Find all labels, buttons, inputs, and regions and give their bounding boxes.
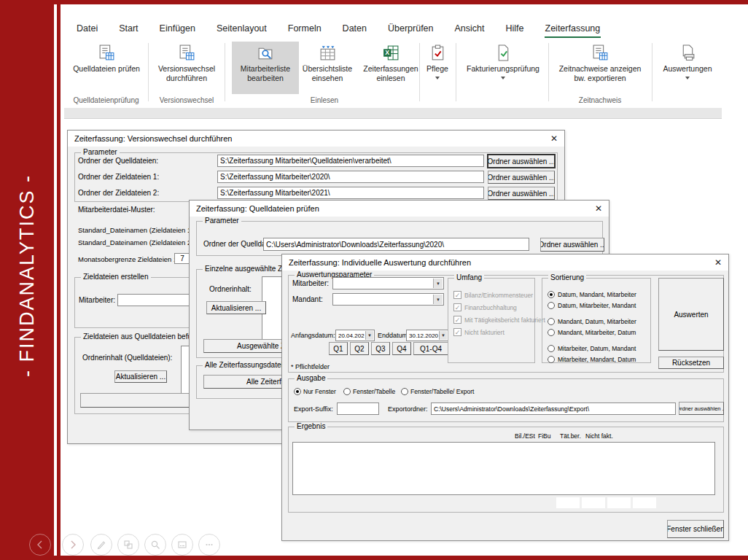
group-label: Zieldateien erstellen	[81, 273, 151, 281]
nav-next-button[interactable]	[62, 534, 84, 556]
captions-monitor-icon	[177, 540, 187, 550]
ergebnis-listbox[interactable]	[292, 442, 715, 495]
q3-button[interactable]: Q3	[371, 342, 390, 355]
nav-slide-panel-button[interactable]	[117, 534, 139, 556]
tab-ansicht[interactable]: Ansicht	[454, 21, 486, 38]
radio-sortierung-5[interactable]	[548, 345, 555, 352]
quelldateien-ordner-input[interactable]: C:\Users\Administrator\Downloads\Zeiterf…	[263, 238, 529, 251]
tab-formeln[interactable]: Formeln	[287, 21, 322, 38]
umfang-option-label: Nicht fakturiert	[464, 329, 504, 336]
chevron-down-icon	[435, 77, 440, 79]
monatsobergrenze-label: Monatsobergrenze Zieldateien 1:	[78, 255, 179, 263]
tab-ueberpruefen[interactable]: Überprüfen	[387, 21, 435, 38]
ribbon-group-label-versionswechsel: Versionswechsel	[150, 96, 223, 104]
dialog-titlebar[interactable]: Zeiterfassung: Versionswechsel durchführ…	[68, 131, 564, 147]
enddatum-combobox[interactable]: 30.12.2020 ▼	[406, 330, 448, 341]
tab-datei[interactable]: Datei	[76, 21, 98, 38]
radio-sortierung-3[interactable]	[548, 318, 555, 325]
q2-button[interactable]: Q2	[350, 342, 369, 355]
ergebnis-sum-fibu	[582, 497, 605, 508]
group-label: Zieldateien aus Quelldateien befüllen	[81, 332, 206, 341]
quelldateien-path-input[interactable]: S:\Zeiterfassung Mitarbeiter\Quelldateie…	[217, 155, 484, 167]
auswerten-button[interactable]: Auswerten	[658, 278, 724, 351]
tab-zeiterfassung[interactable]: Zeiterfassung	[545, 21, 601, 38]
zieldateien2-path-input[interactable]: S:\Zeiterfassung Mitarbeiter\2021\	[217, 187, 484, 199]
dialog-titlebar[interactable]: Zeiterfassung: Individuelle Auswertung d…	[282, 254, 728, 271]
radio-sortierung-2[interactable]	[548, 302, 555, 309]
q4-button[interactable]: Q4	[392, 342, 411, 355]
ribbon-button-zeiterfassungen-einlesen[interactable]: X Zeiterfassungen einlesen	[359, 42, 423, 94]
radio-fenster-tabelle[interactable]	[343, 388, 351, 395]
chevron-down-icon	[685, 77, 690, 79]
group-label: Parameter	[203, 217, 241, 225]
fenster-schliessen-button[interactable]: Fenster schließen	[667, 520, 724, 538]
zieldateien1-path-input[interactable]: S:\Zeiterfassung Mitarbeiter\2020\	[217, 171, 484, 183]
nav-pen-button[interactable]	[90, 534, 112, 556]
sortierung-option-label: Datum, Mandant, Mitarbeiter	[558, 291, 636, 298]
dialog-titlebar[interactable]: Zeiterfassung: Quelldateien prüfen ✕	[190, 201, 609, 217]
ordnerinhalt-quelldateien-label: Ordnerinhalt (Quelldateien):	[82, 354, 172, 362]
close-button[interactable]: ✕	[714, 258, 722, 267]
radio-sortierung-4[interactable]	[548, 329, 555, 336]
nav-previous-button[interactable]	[29, 534, 51, 556]
mitarbeiter-combobox[interactable]: ▼	[332, 277, 444, 289]
standard-dateinamen1-label: Standard_Dateinamen (Zieldateien 1):	[78, 226, 195, 234]
tab-hilfe[interactable]: Hilfe	[505, 21, 525, 38]
aktualisieren-button[interactable]: Aktualisieren ...	[206, 301, 266, 314]
radio-sortierung-1[interactable]	[548, 291, 555, 298]
ruecksetzen-button[interactable]: Rücksetzen	[658, 357, 724, 369]
mandant-label: Mandant:	[292, 295, 323, 303]
dialog-individuelle-auswertung: Zeiterfassung: Individuelle Auswertung d…	[281, 254, 729, 541]
nav-more-options-button[interactable]	[198, 534, 220, 556]
nav-zoom-button[interactable]	[144, 534, 166, 556]
group-label: Alle Zeiterfassungsdateien	[203, 361, 293, 369]
radio-sortierung-6[interactable]	[548, 356, 555, 363]
ribbon-button-quelldateien-pruefen[interactable]: Quelldateien prüfen	[67, 42, 146, 94]
tab-einfuegen[interactable]: Einfügen	[159, 21, 196, 38]
bottom-accent-bar	[0, 556, 748, 560]
close-button[interactable]: ✕	[550, 134, 558, 143]
ribbon-button-zeitnachweise[interactable]: Zeitnachweise anzeigen bw. exportieren	[554, 42, 646, 94]
checkbox-nicht-fakturiert: ✓	[453, 328, 461, 336]
ribbon-button-uebersichtsliste-einsehen[interactable]: Übersichtsliste einsehen	[294, 42, 361, 94]
close-button[interactable]: ✕	[595, 204, 602, 213]
ordner-auswaehlen-button[interactable]: Ordner auswählen ...	[679, 402, 724, 415]
arrow-right-icon	[68, 540, 78, 550]
ribbon-button-pflege[interactable]: Pflege	[420, 42, 455, 94]
combo-arrow-icon: ▼	[365, 331, 373, 340]
aktualisieren-button[interactable]: Aktualisieren ...	[114, 370, 167, 383]
ordner-auswaehlen-button-2[interactable]: Ordner auswählen ...	[488, 171, 555, 184]
ribbon-button-fakturierungspruefung[interactable]: Fakturierungsprüfung	[461, 42, 545, 94]
combo-arrow-icon: ▼	[433, 279, 443, 288]
monatsobergrenze-input[interactable]: 7	[174, 253, 190, 264]
ordner-auswaehlen-button[interactable]: Ordner auswählen ...	[540, 238, 604, 252]
tab-daten[interactable]: Daten	[342, 21, 367, 38]
anfangsdatum-combobox[interactable]: 20.04.202 ▼	[335, 330, 375, 341]
export-suffix-input[interactable]	[337, 402, 379, 415]
tab-seitenlayout[interactable]: Seitenlayout	[216, 21, 268, 38]
mandant-combobox[interactable]: ▼	[332, 293, 444, 306]
pen-icon	[96, 540, 106, 550]
arrow-left-icon	[35, 540, 45, 550]
table-overview-icon	[319, 44, 337, 62]
ribbon-group-divider	[456, 43, 456, 101]
radio-nur-fenster[interactable]	[294, 388, 301, 395]
ordner-auswaehlen-button-1[interactable]: Ordner auswählen ...	[488, 155, 555, 168]
ordner-auswaehlen-button-3[interactable]: Ordner auswählen ...	[488, 187, 555, 200]
ribbon-button-auswertungen[interactable]: Auswertungen	[656, 42, 719, 94]
q1-button[interactable]: Q1	[329, 342, 348, 355]
ribbon-button-versionswechsel-durchfuehren[interactable]: Versionswechsel durchführen	[152, 42, 222, 94]
q1-q4-button[interactable]: Q1-Q4	[413, 342, 448, 355]
top-accent-bar	[0, 0, 748, 4]
worksheet-top-strip	[64, 108, 722, 119]
nav-captions-button[interactable]	[171, 534, 193, 556]
ribbon-button-mitarbeiterliste-bearbeiten[interactable]: Mitarbeiterliste bearbeiten	[232, 42, 299, 94]
excel-workbook-icon: X	[382, 44, 400, 62]
radio-fenster-tabelle-export[interactable]	[401, 388, 408, 395]
exportordner-input[interactable]: C:\Users\Administrator\Downloads\Zeiterf…	[431, 402, 676, 415]
combo-value: 30.12.2020	[409, 330, 439, 341]
ribbon-group-label-einlesen: Einlesen	[230, 96, 418, 104]
folder-search-icon	[257, 44, 275, 62]
tab-start[interactable]: Start	[118, 21, 139, 38]
ergebnis-header-nicht-fakt: Nicht fakt.	[585, 432, 613, 440]
